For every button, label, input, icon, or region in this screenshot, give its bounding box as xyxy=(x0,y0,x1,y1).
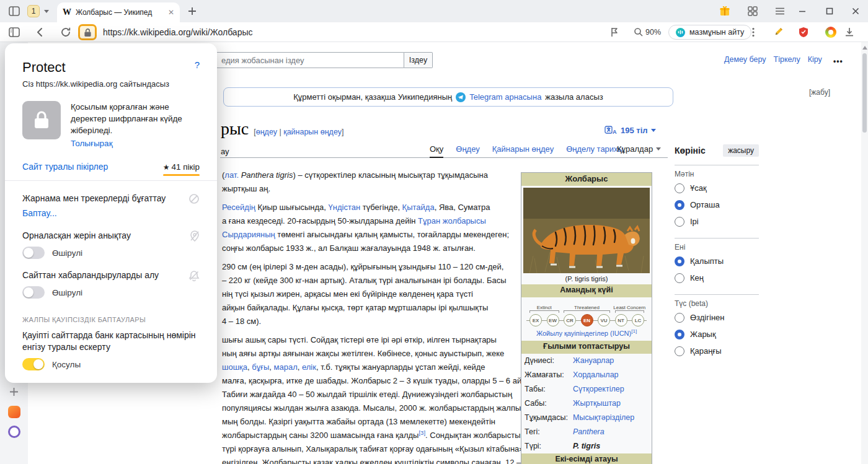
tools-menu[interactable]: Құралдар xyxy=(611,144,661,158)
article-line: шығы ашық сары түсті. Сойдақ тістері өте… xyxy=(222,335,497,344)
scrollbar-thumb[interactable] xyxy=(862,53,867,133)
browser-logo-icon[interactable] xyxy=(825,27,836,38)
article-text: , xyxy=(269,362,273,372)
appearance-option[interactable]: Орташа xyxy=(675,196,759,213)
header-link[interactable]: Демеу беру xyxy=(724,55,766,64)
article-link[interactable]: бұғы xyxy=(252,362,269,372)
taxonomy-value[interactable]: Жыртқыштар xyxy=(573,398,649,409)
appearance-option[interactable]: Жарық xyxy=(675,326,759,343)
details-link[interactable]: Толығырақ xyxy=(71,139,185,148)
reference-link[interactable]: [1] xyxy=(631,328,637,334)
minimize-icon[interactable] xyxy=(797,6,807,16)
more-icon[interactable] xyxy=(751,27,755,37)
taxonomy-value[interactable]: Хордалылар xyxy=(573,370,649,380)
page-tab[interactable]: Оқу xyxy=(430,144,443,158)
taxonomy-value[interactable]: Мысықтәрізділер xyxy=(573,413,649,423)
header-link[interactable]: Тіркелу xyxy=(774,55,800,64)
header-link[interactable]: Кіру xyxy=(808,55,822,64)
site-reviews-link[interactable]: Сайт туралы пікірлер xyxy=(22,162,108,172)
strip-add-button[interactable] xyxy=(9,387,19,397)
article-link[interactable]: Тұран жолбарысы xyxy=(418,216,486,225)
appearance-option[interactable]: Қараңғы xyxy=(675,343,759,359)
reviews-count[interactable]: ★ 41 пікір xyxy=(163,162,200,172)
page-tab[interactable]: Өңдеу xyxy=(456,144,479,157)
site-lock-button[interactable] xyxy=(78,24,97,40)
radio-icon[interactable] xyxy=(675,346,684,356)
appearance-hide-button[interactable]: жасыру xyxy=(723,144,759,157)
telegram-link[interactable]: Telegram арнасына xyxy=(469,92,541,102)
panels-icon[interactable] xyxy=(9,6,20,16)
taxonomy-value[interactable]: Жануарлар xyxy=(573,356,649,366)
reload-icon[interactable] xyxy=(60,27,71,38)
back-icon[interactable] xyxy=(35,27,46,38)
conservation-group-label: Extinct xyxy=(526,297,563,310)
appearance-option[interactable]: Кең xyxy=(675,269,759,286)
gift-icon[interactable] xyxy=(719,6,730,17)
header-more-menu[interactable]: ••• xyxy=(833,57,843,66)
geolocation-toggle[interactable] xyxy=(22,247,45,259)
appearance-option-label: Ірі xyxy=(690,217,699,226)
article-link[interactable]: Қытайда xyxy=(402,203,435,212)
appearance-option[interactable]: Ұсақ xyxy=(675,180,759,196)
taxonomy-row: Тегі:Panthera xyxy=(521,425,652,439)
article-link[interactable]: елік xyxy=(302,362,316,372)
taxonomy-value[interactable]: Сүтқоректілер xyxy=(573,384,649,395)
radio-selected-icon[interactable] xyxy=(675,256,684,266)
edit-source-link[interactable]: қайнарын өңдеу xyxy=(283,128,342,136)
radio-selected-icon[interactable] xyxy=(675,330,684,339)
tab-counter-badge[interactable]: 1 xyxy=(27,5,40,17)
bank-warning-toggle[interactable] xyxy=(22,358,45,370)
article-link[interactable]: Ресейдің xyxy=(222,203,255,212)
read-aloud-button[interactable]: мазмұнын айту xyxy=(668,25,751,40)
article-link[interactable]: Үндістан xyxy=(329,203,361,212)
address-bar-url[interactable]: https://kk.wikipedia.org/wiki/Жолбарыс xyxy=(103,27,252,37)
zoom-control[interactable]: 90% xyxy=(634,27,661,37)
notifications-toggle[interactable] xyxy=(22,286,45,299)
shield-icon[interactable] xyxy=(799,27,808,38)
search-button[interactable]: Іздеу xyxy=(404,52,433,68)
collections-icon[interactable] xyxy=(748,6,758,16)
appearance-option[interactable]: Өздігінен xyxy=(675,309,759,326)
edit-link[interactable]: өңдеу xyxy=(256,128,277,136)
appearance-option[interactable]: Қалыпты xyxy=(675,253,759,269)
maximize-icon[interactable] xyxy=(825,6,835,16)
article-text: енгізілген. Жолбарысты қазақ халқы ежелд… xyxy=(222,458,532,464)
radio-icon[interactable] xyxy=(675,313,684,323)
protect-help-link[interactable]: ? xyxy=(195,59,200,70)
radio-icon[interactable] xyxy=(675,217,684,227)
page-tab[interactable]: Қайнарын өңдеу xyxy=(492,144,554,157)
tab-list-chevron-icon[interactable] xyxy=(44,10,49,13)
article-link[interactable]: лат. xyxy=(224,170,239,180)
edit-icon[interactable] xyxy=(773,27,784,38)
new-tab-button[interactable] xyxy=(187,6,197,16)
search-input[interactable]: едия жобасынан іздеу xyxy=(186,52,404,68)
taxonomy-value[interactable]: Panthera xyxy=(573,427,649,437)
article-text: түрі қорғауға алынып, Халықаралық табиға… xyxy=(222,444,524,453)
sidebar-toggle-icon[interactable] xyxy=(9,27,20,37)
scrollbar-up-arrow[interactable] xyxy=(862,46,867,50)
active-tab[interactable]: W Жолбарыс — Уикипед ✕ xyxy=(57,2,180,22)
adblock-setup-link[interactable]: Баптау... xyxy=(22,208,200,218)
reference-link[interactable]: [3] xyxy=(418,429,425,436)
language-selector[interactable]: A 195 тіл xyxy=(604,126,656,135)
read-aloud-label: мазмұнын айту xyxy=(689,28,744,37)
radio-icon[interactable] xyxy=(675,183,684,193)
bookmark-icon[interactable] xyxy=(610,27,619,37)
iucn-status-link[interactable]: Жойылу қауіпіндегілер xyxy=(536,330,608,337)
radio-icon[interactable] xyxy=(675,273,684,283)
menu-icon[interactable] xyxy=(775,6,785,16)
tiger-photo[interactable] xyxy=(523,188,650,273)
download-icon[interactable] xyxy=(844,27,854,37)
tab-close-icon[interactable]: ✕ xyxy=(168,8,174,17)
appearance-option[interactable]: Ірі xyxy=(675,213,759,230)
article-link[interactable]: марал xyxy=(274,362,298,372)
radio-selected-icon[interactable] xyxy=(675,200,684,210)
close-icon[interactable] xyxy=(851,6,861,16)
geolocation-title: Орналасқан жерін анықтау xyxy=(22,230,131,240)
strip-service-icon[interactable] xyxy=(8,406,20,418)
article-link[interactable]: шошқа xyxy=(222,362,247,372)
article-link[interactable]: Сырдарияның xyxy=(222,230,275,239)
page-title: рыс xyxy=(221,119,249,139)
banner-close-link[interactable]: [жабу] xyxy=(809,88,830,97)
strip-profile-icon[interactable] xyxy=(8,426,20,438)
